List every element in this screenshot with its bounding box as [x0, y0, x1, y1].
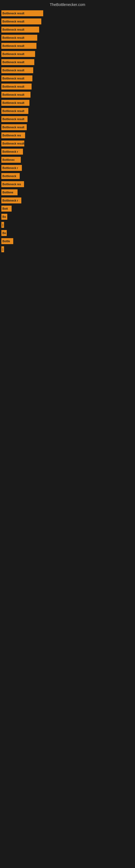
bar-row: Bottleneck res — [1, 131, 134, 139]
bar-label: Bottleneck result — [2, 118, 24, 121]
bar-label: Bottleneck r — [2, 166, 18, 169]
bar-label: Bottle — [2, 240, 10, 243]
bottleneck-bar: Bottleneck res — [1, 132, 25, 138]
bar-label: Bottleneck result — [2, 126, 24, 129]
bottleneck-bar: Bo — [1, 230, 7, 236]
bar-row: Bottle — [1, 237, 134, 245]
bar-row: Bo — [1, 229, 134, 237]
bar-label: Bott — [2, 207, 8, 210]
bar-row: Bottleneck result — [1, 99, 134, 106]
bar-label: Bottleneck r — [2, 150, 18, 153]
bottleneck-bar: Bottleneck result — [1, 100, 30, 106]
bar-row: Bottleneck result — [1, 83, 134, 90]
bottleneck-bar: Bottlene — [1, 189, 17, 195]
bottleneck-bar: Bottleneck result — [1, 108, 28, 114]
bottleneck-bar: Bott — [1, 206, 12, 212]
bottleneck-bar: | — [1, 222, 4, 228]
bar-label: Bottleneck result — [2, 110, 24, 113]
bottleneck-bar: Bottleneck result — [1, 75, 32, 82]
bar-row: Bottleneck result — [1, 9, 134, 17]
bar-row: Bottlene — [1, 188, 134, 196]
bar-label: Bottleneck result — [2, 77, 24, 80]
bar-row: Bottleneck result — [1, 123, 134, 131]
bottleneck-bar: Bo — [1, 214, 7, 220]
bottleneck-bar: Bottlenec — [1, 157, 21, 163]
bar-row: Bottleneck result — [1, 34, 134, 41]
bar-label: | — [2, 248, 3, 251]
bar-row: Bo — [1, 213, 134, 220]
bottleneck-bar: Bottleneck r — [1, 149, 23, 155]
bottleneck-bar: Bottleneck result — [1, 116, 28, 122]
bar-label: Bottleneck result — [2, 61, 24, 64]
bar-label: Bottleneck result — [2, 28, 24, 31]
bar-label: Bo — [2, 231, 6, 235]
bottleneck-bar: Bottleneck result — [1, 10, 43, 16]
bottleneck-bar: Bottleneck result — [1, 43, 37, 49]
bottleneck-bar: Bottleneck result — [1, 59, 34, 65]
bar-label: Bottleneck res — [2, 183, 21, 186]
bar-row: Bottleneck result — [1, 140, 134, 147]
bar-row: Bottleneck result — [1, 107, 134, 115]
bar-label: Bottlene — [2, 191, 13, 194]
bottleneck-bar: Bottleneck result — [1, 19, 41, 24]
bar-row: Bottleneck r — [1, 148, 134, 155]
bar-label: Bottleneck result — [2, 53, 24, 56]
bottleneck-bar: Bottle — [1, 238, 13, 244]
chart-area: Bottleneck resultBottleneck resultBottle… — [0, 8, 135, 255]
bar-row: Bottleneck result — [1, 115, 134, 123]
bottleneck-bar: Bottleneck res — [1, 181, 24, 187]
bar-row: Bottleneck r — [1, 197, 134, 204]
bar-row: Bottleneck result — [1, 18, 134, 25]
bottleneck-bar: Bottleneck result — [1, 92, 31, 98]
bottleneck-bar: Bottleneck result — [1, 141, 24, 147]
bottleneck-bar: Bottleneck result — [1, 35, 37, 41]
bar-row: | — [1, 221, 134, 229]
bar-label: Bottleneck result — [2, 44, 24, 48]
bar-row: Bottleneck r — [1, 164, 134, 172]
bottleneck-bar: Bottleneck result — [1, 27, 39, 33]
bar-label: Bottleneck result — [2, 142, 24, 145]
bar-label: Bottleneck result — [2, 69, 24, 72]
bottleneck-bar: Bottleneck result — [1, 84, 32, 90]
bar-label: Bottleneck result — [2, 85, 24, 88]
bar-label: Bottlenec — [2, 158, 15, 161]
bar-label: Bottleneck res — [2, 134, 21, 137]
bar-label: Bottleneck result — [2, 12, 24, 15]
bar-row: | — [1, 246, 134, 253]
bar-row: Bottleneck — [1, 172, 134, 180]
bar-label: Bottleneck result — [2, 93, 24, 96]
bottleneck-bar: Bottleneck r — [1, 197, 21, 204]
bar-label: Bottleneck result — [2, 20, 24, 23]
bar-row: Bottleneck result — [1, 74, 134, 82]
bottleneck-bar: Bottleneck — [1, 173, 20, 179]
bottleneck-bar: Bottleneck result — [1, 124, 27, 130]
bar-label: | — [2, 223, 3, 226]
bar-row: Bottleneck result — [1, 50, 134, 58]
bottleneck-bar: Bottleneck result — [1, 67, 33, 73]
bar-row: Bottleneck result — [1, 91, 134, 98]
bottleneck-bar: Bottleneck result — [1, 51, 35, 57]
bar-label: Bottleneck — [2, 175, 16, 178]
bar-label: Bottleneck result — [2, 101, 24, 104]
bar-label: Bottleneck r — [2, 199, 18, 202]
bar-row: Bottleneck result — [1, 42, 134, 50]
bar-row: Bottleneck result — [1, 58, 134, 66]
bar-row: Bottleneck res — [1, 180, 134, 188]
bar-row: Bottleneck result — [1, 26, 134, 33]
page-header: TheBottlenecker.com — [0, 0, 135, 8]
bar-row: Bottleneck result — [1, 66, 134, 74]
bar-label: Bottleneck result — [2, 36, 24, 39]
bar-label: Bo — [2, 215, 6, 218]
bottleneck-bar: Bottleneck r — [1, 165, 22, 171]
bar-row: Bott — [1, 205, 134, 212]
site-title: TheBottlenecker.com — [50, 2, 85, 7]
bottleneck-bar: | — [1, 246, 4, 252]
bar-row: Bottlenec — [1, 156, 134, 163]
